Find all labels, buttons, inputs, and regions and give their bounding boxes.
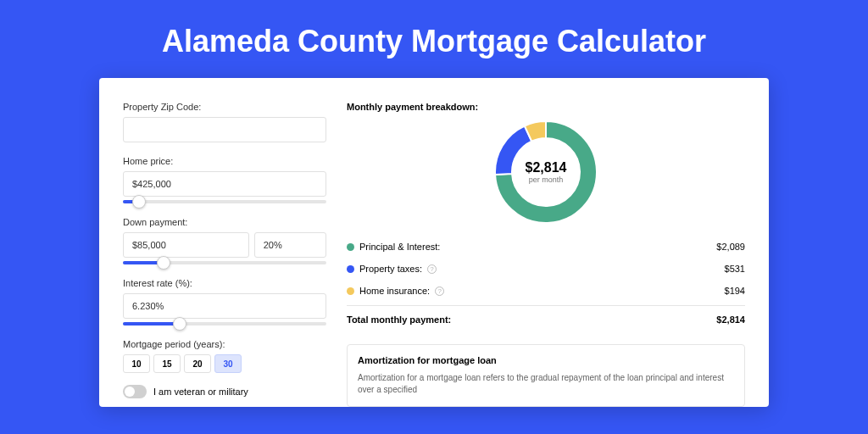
zip-input[interactable] [123, 117, 326, 142]
down-amount-input[interactable] [123, 232, 249, 258]
breakdown-row: Property taxes:?$531 [347, 258, 745, 280]
period-button-20[interactable]: 20 [184, 354, 211, 373]
donut-amount: $2,814 [526, 160, 567, 175]
breakdown-label: Home insurance: [359, 286, 430, 296]
legend-dot [347, 243, 354, 251]
down-label: Down payment: [123, 217, 326, 227]
rate-label: Interest rate (%): [123, 278, 326, 288]
slider-thumb[interactable] [132, 195, 146, 209]
down-block: Down payment: [123, 217, 326, 270]
results-column: Monthly payment breakdown: $2,814 per mo… [347, 102, 745, 407]
page-title: Alameda County Mortgage Calculator [0, 0, 868, 78]
rate-block: Interest rate (%): [123, 278, 326, 331]
info-icon[interactable]: ? [427, 264, 437, 274]
period-button-10[interactable]: 10 [123, 354, 150, 373]
veteran-row: I am veteran or military [123, 385, 326, 398]
amort-title: Amortization for mortgage loan [358, 355, 734, 365]
info-icon[interactable]: ? [435, 287, 444, 296]
amort-text: Amortization for a mortgage loan refers … [358, 372, 734, 396]
total-row: Total monthly payment: $2,814 [347, 305, 745, 331]
form-column: Property Zip Code: Home price: Down paym… [123, 102, 326, 407]
down-slider[interactable] [123, 256, 326, 270]
period-button-30[interactable]: 30 [214, 354, 242, 373]
amortization-card: Amortization for mortgage loan Amortizat… [347, 344, 745, 407]
slider-thumb[interactable] [173, 317, 186, 331]
donut-chart: $2,814 per month [347, 120, 745, 224]
zip-label: Property Zip Code: [123, 102, 326, 112]
price-slider[interactable] [123, 195, 326, 209]
breakdown-row: Principal & Interest:$2,089 [347, 236, 745, 258]
zip-block: Property Zip Code: [123, 102, 326, 142]
period-label: Mortgage period (years): [123, 339, 326, 349]
breakdown-value: $194 [725, 286, 745, 296]
legend-dot [347, 287, 354, 295]
total-label: Total monthly payment: [347, 314, 451, 325]
breakdown-row: Home insurance:?$194 [347, 280, 745, 302]
donut-center: $2,814 per month [494, 120, 598, 224]
slider-thumb[interactable] [157, 256, 170, 270]
breakdown-list: Principal & Interest:$2,089Property taxe… [347, 236, 745, 302]
period-buttons: 10152030 [123, 354, 326, 373]
donut-sub: per month [529, 175, 564, 184]
breakdown-label: Property taxes: [359, 264, 422, 274]
rate-slider[interactable] [123, 317, 326, 331]
price-block: Home price: [123, 156, 326, 209]
rate-input[interactable] [123, 293, 326, 319]
veteran-toggle[interactable] [123, 385, 147, 398]
period-button-15[interactable]: 15 [153, 354, 181, 373]
breakdown-title: Monthly payment breakdown: [347, 102, 745, 112]
veteran-label: I am veteran or military [153, 387, 248, 397]
breakdown-value: $2,089 [716, 242, 745, 252]
price-label: Home price: [123, 156, 326, 166]
period-block: Mortgage period (years): 10152030 [123, 339, 326, 373]
calculator-card: Property Zip Code: Home price: Down paym… [99, 78, 769, 407]
breakdown-value: $531 [725, 264, 745, 274]
breakdown-label: Principal & Interest: [359, 242, 440, 252]
total-value: $2,814 [716, 314, 745, 325]
price-input[interactable] [123, 171, 326, 197]
legend-dot [347, 265, 354, 273]
down-percent-input[interactable] [254, 232, 326, 258]
